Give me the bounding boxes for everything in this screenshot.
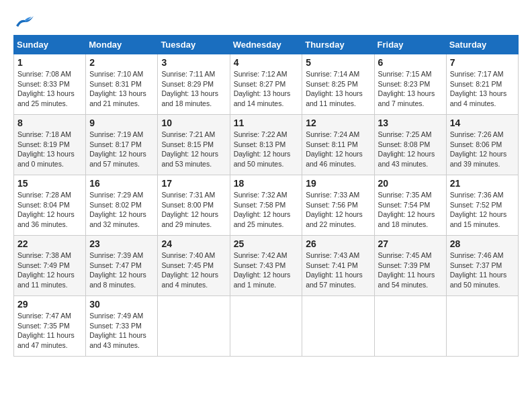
- day-number: 10: [161, 118, 226, 128]
- logo-bird-icon: [15, 13, 35, 28]
- calendar-cell: 10 Sunrise: 7:21 AM Sunset: 8:15 PM Dayl…: [158, 115, 230, 175]
- day-number: 8: [17, 118, 82, 128]
- header-friday: Friday: [374, 36, 446, 54]
- calendar-cell: 19 Sunrise: 7:33 AM Sunset: 7:56 PM Dayl…: [302, 175, 374, 236]
- day-number: 13: [378, 118, 443, 128]
- day-number: 4: [234, 57, 299, 68]
- header-tuesday: Tuesday: [158, 36, 230, 54]
- day-number: 20: [378, 178, 443, 189]
- day-info: Sunrise: 7:25 AM Sunset: 8:08 PM Dayligh…: [378, 130, 443, 169]
- logo: [13, 13, 35, 28]
- day-number: 23: [89, 238, 154, 249]
- day-number: 15: [17, 178, 82, 189]
- header-sunday: Sunday: [14, 36, 86, 54]
- day-info: Sunrise: 7:28 AM Sunset: 8:04 PM Dayligh…: [17, 190, 82, 230]
- day-info: Sunrise: 7:42 AM Sunset: 7:43 PM Dayligh…: [234, 250, 299, 290]
- day-number: 9: [89, 118, 154, 128]
- day-number: 22: [17, 238, 82, 249]
- day-info: Sunrise: 7:19 AM Sunset: 8:17 PM Dayligh…: [89, 130, 154, 169]
- calendar-table: SundayMondayTuesdayWednesdayThursdayFrid…: [13, 35, 519, 357]
- calendar-cell: [158, 296, 230, 357]
- day-info: Sunrise: 7:32 AM Sunset: 7:58 PM Dayligh…: [234, 190, 299, 230]
- day-number: 16: [89, 178, 154, 189]
- week-row-5: 29 Sunrise: 7:47 AM Sunset: 7:35 PM Dayl…: [14, 296, 519, 357]
- day-number: 25: [234, 238, 299, 249]
- calendar-cell: 27 Sunrise: 7:45 AM Sunset: 7:39 PM Dayl…: [374, 236, 446, 296]
- calendar-cell: 24 Sunrise: 7:40 AM Sunset: 7:45 PM Dayl…: [158, 236, 230, 296]
- calendar-cell: 20 Sunrise: 7:35 AM Sunset: 7:54 PM Dayl…: [374, 175, 446, 236]
- day-number: 2: [89, 57, 154, 68]
- day-info: Sunrise: 7:35 AM Sunset: 7:54 PM Dayligh…: [378, 190, 443, 230]
- day-info: Sunrise: 7:36 AM Sunset: 7:52 PM Dayligh…: [450, 190, 515, 230]
- calendar-cell: 5 Sunrise: 7:14 AM Sunset: 8:25 PM Dayli…: [302, 54, 374, 115]
- calendar-cell: 25 Sunrise: 7:42 AM Sunset: 7:43 PM Dayl…: [230, 236, 302, 296]
- day-number: 27: [378, 238, 443, 249]
- day-info: Sunrise: 7:17 AM Sunset: 8:21 PM Dayligh…: [450, 69, 515, 109]
- day-number: 30: [89, 299, 154, 310]
- day-number: 28: [450, 238, 515, 249]
- week-row-2: 8 Sunrise: 7:18 AM Sunset: 8:19 PM Dayli…: [14, 115, 519, 175]
- calendar-cell: 14 Sunrise: 7:26 AM Sunset: 8:06 PM Dayl…: [446, 115, 518, 175]
- header-wednesday: Wednesday: [230, 36, 302, 54]
- day-info: Sunrise: 7:39 AM Sunset: 7:47 PM Dayligh…: [89, 250, 154, 290]
- calendar-cell: 28 Sunrise: 7:46 AM Sunset: 7:37 PM Dayl…: [446, 236, 518, 296]
- day-info: Sunrise: 7:21 AM Sunset: 8:15 PM Dayligh…: [161, 130, 226, 169]
- week-row-3: 15 Sunrise: 7:28 AM Sunset: 8:04 PM Dayl…: [14, 175, 519, 236]
- page-header: [13, 13, 519, 28]
- calendar-cell: 12 Sunrise: 7:24 AM Sunset: 8:11 PM Dayl…: [302, 115, 374, 175]
- days-header-row: SundayMondayTuesdayWednesdayThursdayFrid…: [14, 36, 519, 54]
- day-info: Sunrise: 7:24 AM Sunset: 8:11 PM Dayligh…: [306, 130, 370, 169]
- day-number: 11: [234, 118, 299, 128]
- day-info: Sunrise: 7:18 AM Sunset: 8:19 PM Dayligh…: [17, 130, 82, 169]
- day-number: 17: [161, 178, 226, 189]
- header-saturday: Saturday: [446, 36, 518, 54]
- calendar-cell: 8 Sunrise: 7:18 AM Sunset: 8:19 PM Dayli…: [14, 115, 86, 175]
- day-info: Sunrise: 7:43 AM Sunset: 7:41 PM Dayligh…: [306, 250, 370, 290]
- calendar-cell: 16 Sunrise: 7:29 AM Sunset: 8:02 PM Dayl…: [86, 175, 158, 236]
- day-info: Sunrise: 7:26 AM Sunset: 8:06 PM Dayligh…: [450, 130, 515, 169]
- calendar-cell: 17 Sunrise: 7:31 AM Sunset: 8:00 PM Dayl…: [158, 175, 230, 236]
- day-info: Sunrise: 7:38 AM Sunset: 7:49 PM Dayligh…: [17, 250, 82, 290]
- day-number: 5: [306, 57, 370, 68]
- calendar-cell: 26 Sunrise: 7:43 AM Sunset: 7:41 PM Dayl…: [302, 236, 374, 296]
- day-info: Sunrise: 7:33 AM Sunset: 7:56 PM Dayligh…: [306, 190, 370, 230]
- day-number: 6: [378, 57, 443, 68]
- day-info: Sunrise: 7:15 AM Sunset: 8:23 PM Dayligh…: [378, 69, 443, 109]
- day-info: Sunrise: 7:22 AM Sunset: 8:13 PM Dayligh…: [234, 130, 299, 169]
- calendar-cell: 4 Sunrise: 7:12 AM Sunset: 8:27 PM Dayli…: [230, 54, 302, 115]
- day-info: Sunrise: 7:29 AM Sunset: 8:02 PM Dayligh…: [89, 190, 154, 230]
- day-number: 19: [306, 178, 370, 189]
- day-info: Sunrise: 7:12 AM Sunset: 8:27 PM Dayligh…: [234, 69, 299, 109]
- day-info: Sunrise: 7:40 AM Sunset: 7:45 PM Dayligh…: [161, 250, 226, 290]
- day-info: Sunrise: 7:08 AM Sunset: 8:33 PM Dayligh…: [17, 69, 82, 109]
- calendar-cell: 3 Sunrise: 7:11 AM Sunset: 8:29 PM Dayli…: [158, 54, 230, 115]
- day-info: Sunrise: 7:47 AM Sunset: 7:35 PM Dayligh…: [17, 311, 82, 351]
- calendar-cell: [302, 296, 374, 357]
- day-info: Sunrise: 7:46 AM Sunset: 7:37 PM Dayligh…: [450, 250, 515, 290]
- calendar-cell: 13 Sunrise: 7:25 AM Sunset: 8:08 PM Dayl…: [374, 115, 446, 175]
- day-number: 1: [17, 57, 82, 68]
- day-info: Sunrise: 7:14 AM Sunset: 8:25 PM Dayligh…: [306, 69, 370, 109]
- day-number: 26: [306, 238, 370, 249]
- calendar-cell: 21 Sunrise: 7:36 AM Sunset: 7:52 PM Dayl…: [446, 175, 518, 236]
- day-number: 12: [306, 118, 370, 128]
- calendar-cell: 22 Sunrise: 7:38 AM Sunset: 7:49 PM Dayl…: [14, 236, 86, 296]
- calendar-cell: 1 Sunrise: 7:08 AM Sunset: 8:33 PM Dayli…: [14, 54, 86, 115]
- header-thursday: Thursday: [302, 36, 374, 54]
- calendar-cell: [446, 296, 518, 357]
- day-number: 18: [234, 178, 299, 189]
- calendar-cell: 30 Sunrise: 7:49 AM Sunset: 7:33 PM Dayl…: [86, 296, 158, 357]
- calendar-cell: 7 Sunrise: 7:17 AM Sunset: 8:21 PM Dayli…: [446, 54, 518, 115]
- day-info: Sunrise: 7:11 AM Sunset: 8:29 PM Dayligh…: [161, 69, 226, 109]
- week-row-4: 22 Sunrise: 7:38 AM Sunset: 7:49 PM Dayl…: [14, 236, 519, 296]
- calendar-cell: 23 Sunrise: 7:39 AM Sunset: 7:47 PM Dayl…: [86, 236, 158, 296]
- day-number: 3: [161, 57, 226, 68]
- calendar-cell: [230, 296, 302, 357]
- calendar-cell: 18 Sunrise: 7:32 AM Sunset: 7:58 PM Dayl…: [230, 175, 302, 236]
- header-monday: Monday: [86, 36, 158, 54]
- calendar-cell: 2 Sunrise: 7:10 AM Sunset: 8:31 PM Dayli…: [86, 54, 158, 115]
- calendar-cell: 29 Sunrise: 7:47 AM Sunset: 7:35 PM Dayl…: [14, 296, 86, 357]
- calendar-cell: 9 Sunrise: 7:19 AM Sunset: 8:17 PM Dayli…: [86, 115, 158, 175]
- day-info: Sunrise: 7:49 AM Sunset: 7:33 PM Dayligh…: [89, 311, 154, 351]
- calendar-cell: 11 Sunrise: 7:22 AM Sunset: 8:13 PM Dayl…: [230, 115, 302, 175]
